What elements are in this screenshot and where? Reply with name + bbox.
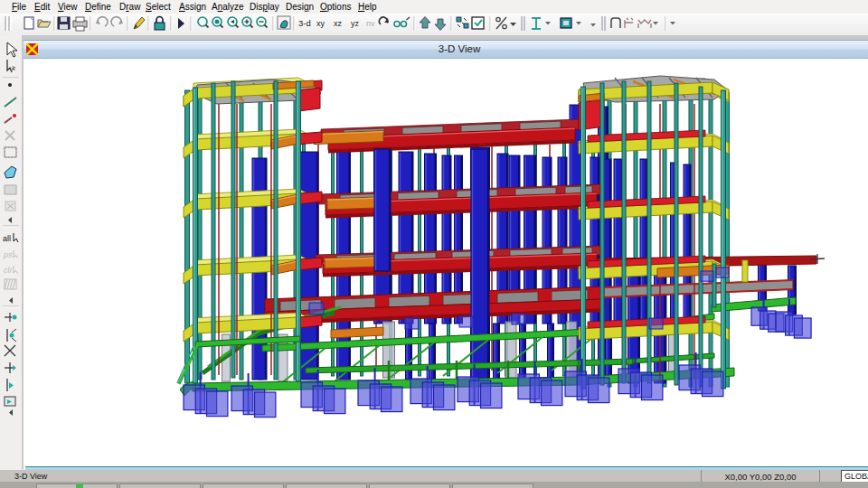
svg-text:3-d: 3-d: [298, 18, 311, 28]
svg-text:xy: xy: [316, 19, 326, 28]
svg-text:ps: ps: [3, 250, 13, 259]
svg-text:yz: yz: [351, 19, 360, 28]
svg-text:k: k: [12, 64, 16, 72]
svg-text:clr: clr: [4, 266, 13, 275]
svg-text:xz: xz: [334, 19, 343, 28]
svg-text:all: all: [3, 234, 11, 243]
svg-text:nv: nv: [366, 19, 375, 28]
